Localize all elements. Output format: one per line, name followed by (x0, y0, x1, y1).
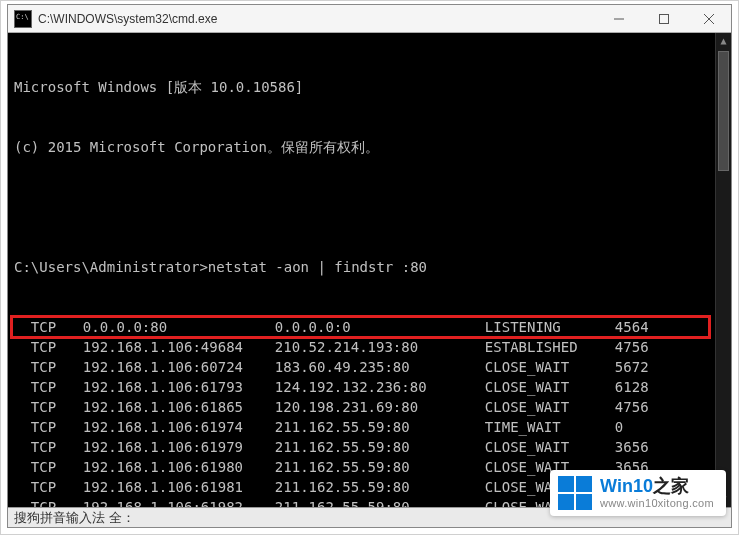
netstat-row: TCP192.168.1.106:61793124.192.132.236:80… (14, 377, 725, 397)
header-line: (c) 2015 Microsoft Corporation。保留所有权利。 (14, 137, 725, 157)
scrollbar-thumb[interactable] (718, 51, 729, 171)
maximize-button[interactable] (641, 5, 686, 32)
watermark-badge: Win10之家 www.win10xitong.com (550, 470, 726, 516)
window-titlebar: C:\WINDOWS\system32\cmd.exe (8, 5, 731, 33)
header-line: Microsoft Windows [版本 10.0.10586] (14, 77, 725, 97)
console-scrollbar[interactable]: ▲ ▼ (715, 33, 731, 507)
window-title: C:\WINDOWS\system32\cmd.exe (38, 12, 596, 26)
scrollbar-up-icon[interactable]: ▲ (716, 33, 731, 49)
netstat-row: TCP192.168.1.106:60724183.60.49.235:80CL… (14, 357, 725, 377)
cmd-icon (14, 10, 32, 28)
watermark-url: www.win10xitong.com (600, 497, 714, 509)
window-buttons (596, 5, 731, 32)
netstat-row: TCP192.168.1.106:61974211.162.55.59:80TI… (14, 417, 725, 437)
prompt-line: C:\Users\Administrator>netstat -aon | fi… (14, 257, 725, 277)
console-output[interactable]: Microsoft Windows [版本 10.0.10586] (c) 20… (8, 33, 731, 507)
close-button[interactable] (686, 5, 731, 32)
netstat-row: TCP192.168.1.106:61865120.198.231.69:80C… (14, 397, 725, 417)
svg-rect-1 (659, 14, 668, 23)
netstat-row: TCP192.168.1.106:49684210.52.214.193:80E… (14, 337, 725, 357)
blank-line (14, 197, 725, 217)
minimize-button[interactable] (596, 5, 641, 32)
watermark-brand: Win10之家 (600, 477, 714, 497)
netstat-row: TCP192.168.1.106:61979211.162.55.59:80CL… (14, 437, 725, 457)
windows-logo-icon (558, 476, 592, 510)
ime-text: 搜狗拼音输入法 全： (14, 509, 135, 527)
netstat-row: TCP0.0.0.0:800.0.0.0:0LISTENING4564 (14, 317, 725, 337)
